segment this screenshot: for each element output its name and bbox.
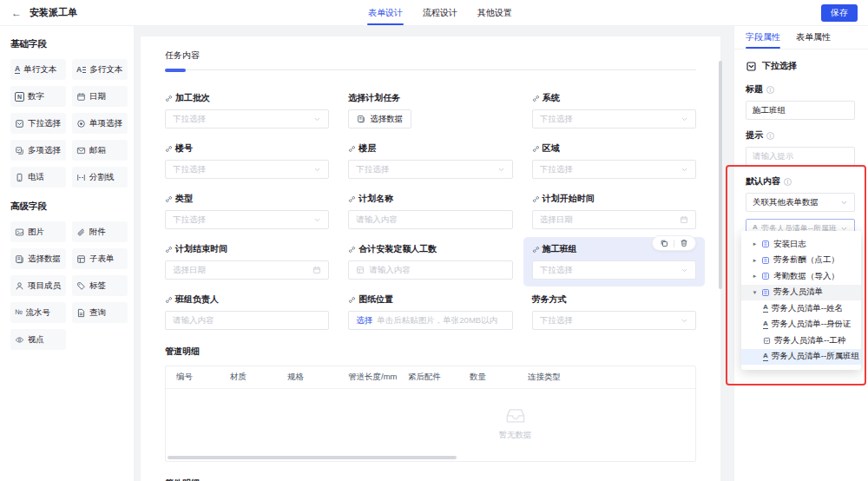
zone-select[interactable]: 下拉选择 — [532, 160, 696, 179]
trash-icon[interactable] — [680, 239, 688, 247]
palette-item-divider[interactable]: 分割线 — [72, 167, 128, 188]
field-plan-name: 计划名称 请输入内容 — [348, 194, 512, 229]
title-property-input[interactable]: 施工班组 — [746, 101, 855, 120]
col-header: 数量 — [470, 372, 528, 383]
tree-item-roster-id-card[interactable]: A劳务人员清单--身份证 — [741, 317, 861, 333]
calendar-icon — [76, 92, 86, 102]
palette-item-project-member[interactable]: 项目成员 — [10, 275, 66, 296]
single-line-text-icon: A — [763, 320, 768, 329]
building-number-select[interactable]: 下拉选择 — [165, 160, 329, 179]
palette-item-select-data[interactable]: 选择数据 — [10, 248, 66, 269]
chevron-down-icon — [840, 199, 848, 207]
mail-icon — [76, 146, 86, 155]
plan-name-input[interactable]: 请输入内容 — [348, 210, 512, 229]
field-team-leader: 班组负责人 请输入内容 — [165, 294, 329, 330]
tree-item-roster-name[interactable]: A劳务人员清单--姓名 — [741, 300, 861, 317]
tab-flow-design[interactable]: 流程设计 — [422, 0, 458, 25]
info-icon[interactable]: i — [766, 132, 774, 140]
field-total-quota-workers: 合计安装定额人工数 请输入内容 — [348, 244, 512, 280]
chevron-down-icon — [681, 267, 688, 274]
field-action-pill — [652, 235, 696, 251]
info-icon[interactable]: i — [784, 178, 792, 186]
palette-item-phone[interactable]: 电话 — [10, 167, 66, 188]
form-icon — [761, 288, 770, 297]
field-floor: 楼层 下拉选择 — [348, 143, 512, 179]
chevron-down-icon — [497, 166, 505, 174]
select-data-button[interactable]: 选择数据 — [348, 109, 411, 128]
tree-item-install-log[interactable]: ▸安装日志 — [741, 236, 861, 253]
tree-item-roster-work-type[interactable]: 劳务人员清单--工种 — [741, 333, 861, 349]
palette-item-multi-select[interactable]: 多项选择 — [10, 140, 66, 161]
pipe-table: 编号 材质 规格 管道长度/mm 紧后配件 数量 连接类型 暂无数据 — [165, 366, 696, 462]
palette-item-single-line-text[interactable]: A单行文本 — [10, 59, 66, 80]
field-construction-team: 施工班组 下拉选择 — [532, 244, 696, 280]
palette-item-multi-line-text[interactable]: A多行文本 — [72, 59, 128, 80]
palette-item-image[interactable]: 图片 — [10, 221, 66, 242]
phone-icon — [15, 173, 24, 182]
palette-item-email[interactable]: 邮箱 — [72, 140, 128, 161]
tree-item-roster-team[interactable]: A劳务人员清单--所属班组 — [741, 349, 861, 366]
divider-icon — [76, 173, 86, 182]
tree-item-labor-salary[interactable]: ▸劳务薪酬（点工） — [741, 253, 861, 269]
link-icon — [165, 145, 173, 153]
palette-item-number[interactable]: N数字 — [10, 86, 66, 107]
drawing-upload-box[interactable]: 选择单击后粘贴图片，单张20MB以内 — [348, 311, 512, 330]
upload-choose-link[interactable]: 选择 — [356, 315, 372, 326]
team-leader-input[interactable]: 请输入内容 — [165, 311, 329, 330]
horizontal-scrollbar — [168, 456, 694, 459]
info-icon[interactable]: i — [766, 86, 774, 94]
field-labor-mode: 劳务方式 下拉选择 — [532, 294, 696, 330]
caret-down-icon[interactable]: ▾ — [752, 289, 758, 296]
total-quota-workers-input[interactable]: 请输入内容 — [348, 260, 512, 280]
caret-right-icon[interactable]: ▸ — [752, 273, 758, 280]
palette-item-dropdown[interactable]: 下拉选择 — [10, 113, 66, 134]
floor-select[interactable]: 下拉选择 — [348, 160, 512, 179]
tab-field-properties[interactable]: 字段属性 — [746, 26, 780, 49]
tab-form-design[interactable]: 表单设计 — [367, 0, 404, 25]
back-arrow-icon[interactable]: ← — [11, 8, 22, 18]
field-processing-batch: 加工批次 下拉选择 — [165, 93, 329, 128]
link-icon — [532, 145, 540, 153]
caret-right-icon[interactable]: ▸ — [752, 240, 758, 247]
tree-item-attendance-data[interactable]: ▸考勤数据（导入） — [741, 268, 861, 285]
link-icon — [165, 296, 173, 304]
labor-mode-select[interactable]: 下拉选择 — [532, 311, 696, 330]
processing-batch-select[interactable]: 下拉选择 — [165, 109, 329, 128]
col-header: 连接类型 — [528, 372, 695, 383]
field-system: 系统 下拉选择 — [532, 93, 696, 128]
plan-start-date-picker[interactable]: 选择日期 — [532, 210, 696, 229]
palette-item-tag[interactable]: 标签 — [72, 275, 128, 296]
tab-other-settings[interactable]: 其他设置 — [477, 0, 513, 25]
section-divider — [165, 69, 696, 70]
palette-item-serial-number[interactable]: №流水号 — [10, 302, 66, 323]
palette-item-date[interactable]: 日期 — [72, 86, 128, 107]
tab-form-properties[interactable]: 表单属性 — [796, 26, 831, 49]
tree-item-labor-roster[interactable]: ▾劳务人员清单 — [741, 285, 861, 301]
construction-team-select[interactable]: 下拉选择 — [532, 260, 696, 280]
horizontal-scrollbar-thumb[interactable] — [168, 456, 457, 459]
default-content-label: 默认内容i — [746, 175, 855, 188]
form-canvas-area: 任务内容 加工批次 下拉选择 选择计划任务 选择数据 系统 下拉选择 — [135, 26, 733, 481]
palette-item-viewpoint[interactable]: 视点 — [10, 329, 66, 350]
palette-item-subform[interactable]: 子表单 — [72, 248, 128, 269]
pipe-table-title: 管道明细 — [165, 346, 696, 358]
system-select[interactable]: 下拉选择 — [532, 109, 696, 128]
fitting-table-title: 管件明细 — [165, 478, 696, 481]
palette-item-attachment[interactable]: 附件 — [72, 221, 128, 242]
basic-fields-grid: A单行文本 A多行文本 N数字 日期 下拉选择 单项选择 多项选择 邮箱 电话 … — [10, 59, 123, 188]
caret-right-icon[interactable]: ▸ — [752, 257, 758, 264]
type-select[interactable]: 下拉选择 — [165, 210, 329, 229]
palette-item-radio[interactable]: 单项选择 — [72, 113, 128, 134]
default-source-select[interactable]: 关联其他表单数据 — [746, 193, 855, 212]
link-icon — [348, 145, 356, 153]
vertical-scrollbar-thumb[interactable] — [719, 61, 722, 289]
link-icon — [165, 195, 173, 203]
advanced-fields-heading: 高级字段 — [10, 201, 123, 213]
plan-end-date-picker[interactable]: 选择日期 — [165, 260, 329, 280]
palette-item-query[interactable]: 查询 — [72, 302, 128, 323]
link-icon — [348, 246, 356, 254]
hint-property-input[interactable]: 请输入提示 — [746, 147, 855, 166]
save-button[interactable]: 保存 — [821, 4, 858, 22]
copy-icon[interactable] — [660, 239, 668, 247]
empty-state: 暂无数据 — [499, 403, 532, 441]
